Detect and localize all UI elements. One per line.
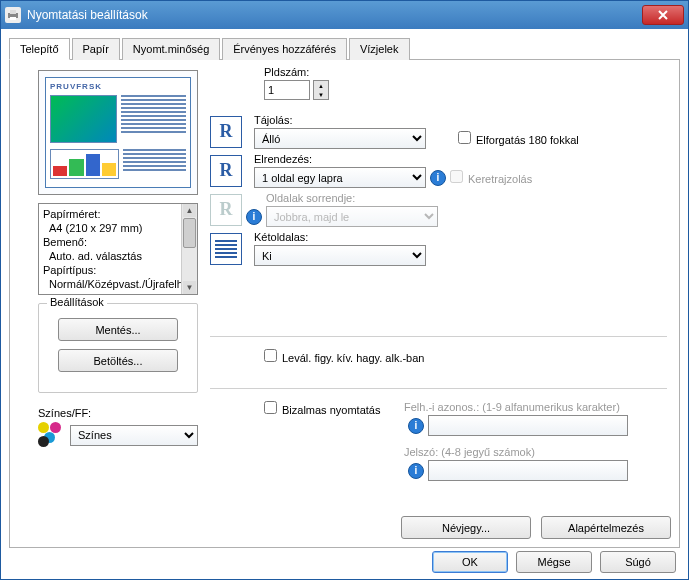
- window-title: Nyomtatási beállítások: [27, 8, 642, 22]
- copies-spinner[interactable]: ▲▼: [313, 80, 329, 100]
- about-button[interactable]: Névjegy...: [401, 516, 531, 539]
- border-checkbox: [450, 170, 463, 183]
- order-select: Jobbra, majd le: [266, 206, 438, 227]
- dialog-buttons: OK Mégse Súgó: [432, 551, 676, 573]
- orientation-select[interactable]: Álló: [254, 128, 426, 149]
- userid-info-icon[interactable]: i: [408, 418, 424, 434]
- cancel-button[interactable]: Mégse: [516, 551, 592, 573]
- color-section: Színes/FF: Színes: [38, 407, 208, 448]
- scroll-thumb[interactable]: [183, 218, 196, 248]
- tab-access[interactable]: Érvényes hozzáférés: [222, 38, 347, 60]
- layout-select[interactable]: 1 oldal egy lapra: [254, 167, 426, 188]
- duplex-select[interactable]: Ki: [254, 245, 426, 266]
- rotate-label: Elforgatás 180 fokkal: [476, 134, 579, 146]
- rotate-checkbox[interactable]: [458, 131, 471, 144]
- ignore-app-checkbox[interactable]: [264, 349, 277, 362]
- orientation-icon: R: [210, 116, 242, 148]
- tab-bar: Telepítő Papír Nyomt.minőség Érvényes ho…: [9, 37, 680, 60]
- svg-rect-1: [10, 10, 16, 14]
- settings-legend: Beállítások: [47, 296, 107, 308]
- orientation-label: Tájolás:: [254, 114, 438, 126]
- layout-label: Elrendezés:: [254, 153, 450, 165]
- summary-scrollbar[interactable]: ▲ ▼: [181, 204, 197, 294]
- settings-summary: Papírméret: A4 (210 x 297 mm) Bemenő: Au…: [38, 203, 198, 295]
- order-icon: R: [210, 194, 242, 226]
- left-column: PRUVFRSK Papírméret: A4 (210 x 297 mm): [28, 70, 228, 448]
- tab-install[interactable]: Telepítő: [9, 38, 70, 60]
- confidential-checkbox[interactable]: [264, 401, 277, 414]
- input-tray-value: Auto. ad. választás: [49, 250, 142, 262]
- printer-icon: [5, 7, 21, 23]
- copies-up[interactable]: ▲: [314, 81, 328, 90]
- load-button[interactable]: Betöltés...: [58, 349, 178, 372]
- settings-group: Beállítások Mentés... Betöltés...: [38, 303, 198, 393]
- input-tray-label: Bemenő:: [43, 236, 87, 248]
- output-tray-label: Kimenő:: [43, 292, 83, 295]
- save-button[interactable]: Mentés...: [58, 318, 178, 341]
- copies-label: Pldszám:: [264, 66, 667, 78]
- color-select[interactable]: Színes: [70, 425, 198, 446]
- tab-paper[interactable]: Papír: [72, 38, 120, 60]
- print-settings-dialog: Nyomtatási beállítások Telepítő Papír Ny…: [0, 0, 689, 580]
- password-info-icon[interactable]: i: [408, 463, 424, 479]
- panel-buttons: Névjegy... Alapértelmezés: [401, 516, 671, 539]
- dialog-content: Telepítő Papír Nyomt.minőség Érvényes ho…: [1, 29, 688, 579]
- order-label: Oldalak sorrendje:: [266, 192, 450, 204]
- right-column: Pldszám: ▲▼ R Tájolás: Álló Elforgatás 1…: [210, 66, 667, 270]
- help-button[interactable]: Súgó: [600, 551, 676, 573]
- color-icon: [38, 422, 66, 448]
- tab-watermark[interactable]: Vízjelek: [349, 38, 410, 60]
- svg-rect-2: [10, 17, 16, 20]
- page-preview: PRUVFRSK: [38, 70, 198, 195]
- tab-quality[interactable]: Nyomt.minőség: [122, 38, 220, 60]
- titlebar: Nyomtatási beállítások: [1, 1, 688, 29]
- duplex-icon: [210, 233, 242, 265]
- layout-icon: R: [210, 155, 242, 187]
- userid-label: Felh.-i azonos.: (1-9 alfanumerikus kara…: [404, 401, 628, 413]
- close-button[interactable]: [642, 5, 684, 25]
- paper-type-label: Papírtípus:: [43, 264, 96, 276]
- order-info-icon[interactable]: i: [246, 209, 262, 225]
- scroll-up-arrow[interactable]: ▲: [183, 204, 196, 217]
- copies-down[interactable]: ▼: [314, 90, 328, 99]
- defaults-button[interactable]: Alapértelmezés: [541, 516, 671, 539]
- duplex-label: Kétoldalas:: [254, 231, 438, 243]
- paper-size-label: Papírméret:: [43, 208, 100, 220]
- tab-panel: PRUVFRSK Papírméret: A4 (210 x 297 mm): [9, 60, 680, 548]
- confidential-label: Bizalmas nyomtatás: [282, 404, 380, 416]
- layout-info-icon[interactable]: i: [430, 170, 446, 186]
- border-label: Keretrajzolás: [468, 173, 532, 185]
- paper-type-value: Normál/Középvast./Újrafelh: [49, 278, 183, 290]
- password-input: [428, 460, 628, 481]
- ignore-app-label: Levál. figy. kív. hagy. alk.-ban: [282, 352, 424, 364]
- password-label: Jelszó: (4-8 jegyű számok): [404, 446, 628, 458]
- ok-button[interactable]: OK: [432, 551, 508, 573]
- paper-size-value: A4 (210 x 297 mm): [49, 222, 143, 234]
- color-label: Színes/FF:: [38, 407, 208, 419]
- copies-input[interactable]: [264, 80, 310, 100]
- userid-input: [428, 415, 628, 436]
- scroll-down-arrow[interactable]: ▼: [183, 281, 196, 294]
